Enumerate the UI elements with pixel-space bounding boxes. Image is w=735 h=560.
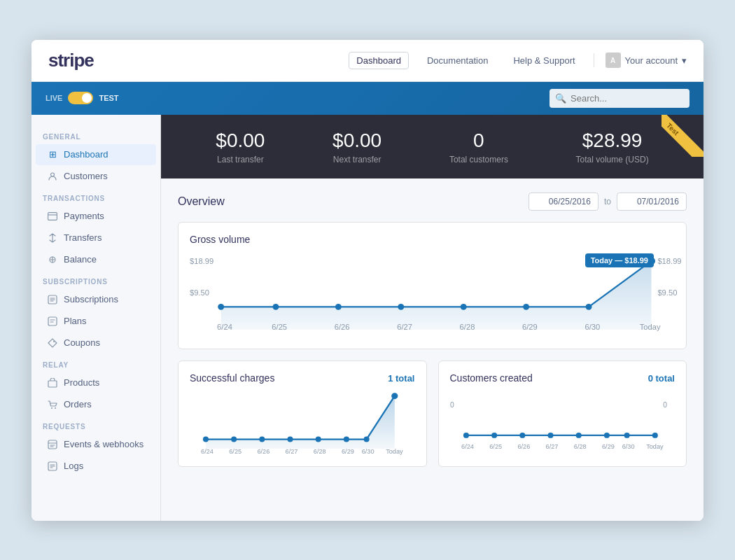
- sidebar-section-subscriptions: SUBSCRIPTIONS Subscriptions Plans: [31, 271, 160, 354]
- chevron-down-icon: ▾: [682, 55, 687, 66]
- products-icon: [47, 377, 58, 388]
- svg-point-38: [344, 437, 349, 442]
- svg-text:6/30: 6/30: [584, 323, 600, 331]
- customers-icon: [47, 171, 58, 182]
- svg-point-51: [463, 433, 468, 438]
- svg-rect-1: [48, 212, 57, 220]
- svg-text:6/25: 6/25: [229, 448, 241, 455]
- date-to-input[interactable]: 07/01/2016: [617, 192, 687, 211]
- svg-point-8: [55, 407, 56, 409]
- svg-text:Today: Today: [386, 448, 403, 455]
- stat-value: 0: [449, 129, 508, 153]
- nav-dashboard[interactable]: Dashboard: [349, 52, 409, 69]
- sidebar-item-label: Products: [64, 377, 99, 388]
- account-button[interactable]: A Your account ▾: [606, 52, 687, 68]
- sidebar-item-balance[interactable]: Balance: [36, 249, 156, 270]
- balance-icon: [47, 254, 58, 265]
- svg-text:6/27: 6/27: [397, 323, 412, 331]
- svg-point-52: [491, 433, 497, 438]
- nav-links: Dashboard Documentation Help & Support A…: [349, 52, 687, 69]
- gross-volume-card: Gross volume Today — $18.99 $18.99 $9.50: [178, 222, 687, 349]
- nav-help[interactable]: Help & Support: [506, 52, 582, 69]
- live-test-toggle[interactable]: LIVE TEST: [46, 92, 119, 104]
- svg-text:$18.99: $18.99: [657, 257, 681, 265]
- sidebar-section-label-subscriptions: SUBSCRIPTIONS: [31, 271, 160, 288]
- search-input[interactable]: [550, 89, 690, 108]
- svg-rect-4: [48, 317, 57, 326]
- svg-point-5: [53, 341, 55, 342]
- nav-divider: [594, 53, 594, 67]
- content-area: $0.00 Last transfer $0.00 Next transfer …: [161, 115, 704, 521]
- svg-point-54: [547, 433, 553, 438]
- successful-charges-card: Successful charges 1 total: [178, 360, 427, 467]
- svg-text:6/26: 6/26: [517, 443, 530, 450]
- sidebar-item-label: Dashboard: [64, 149, 108, 160]
- stat-last-transfer: $0.00 Last transfer: [216, 129, 265, 165]
- sidebar-section-transactions: TRANSACTIONS Payments Transfers: [31, 188, 160, 270]
- account-avatar: A: [606, 52, 621, 68]
- date-range: 📅 06/25/2016 to 📅 07/01/2016: [528, 192, 687, 211]
- bottom-charts: Successful charges 1 total: [178, 360, 687, 467]
- svg-point-53: [519, 433, 525, 438]
- sidebar-section-label-transactions: TRANSACTIONS: [31, 188, 160, 205]
- svg-point-34: [231, 437, 237, 442]
- stat-label: Last transfer: [216, 155, 265, 164]
- sidebar-item-label: Events & webhooks: [64, 439, 144, 449]
- stat-total-customers: 0 Total customers: [449, 129, 508, 165]
- sidebar-item-transfers[interactable]: Transfers: [36, 227, 156, 248]
- svg-point-36: [288, 437, 293, 442]
- stats-bar: $0.00 Last transfer $0.00 Next transfer …: [161, 115, 704, 179]
- stat-total-volume: $28.99 Total volume (USD): [576, 129, 649, 165]
- svg-point-37: [316, 437, 321, 442]
- sidebar-item-customers[interactable]: Customers: [36, 166, 156, 187]
- sidebar-item-plans[interactable]: Plans: [36, 311, 156, 332]
- test-ribbon: [662, 115, 704, 157]
- sidebar-item-logs[interactable]: Logs: [36, 456, 156, 477]
- stat-label: Total customers: [449, 155, 508, 164]
- tooltip-label: Today — $18.99: [585, 253, 654, 267]
- svg-text:6/26: 6/26: [257, 448, 270, 455]
- svg-point-0: [51, 173, 55, 176]
- customers-created-card: Customers created 0 total 0 0: [438, 360, 687, 467]
- sidebar-item-subscriptions[interactable]: Subscriptions: [36, 289, 156, 310]
- svg-text:$9.50: $9.50: [190, 288, 209, 297]
- sidebar-item-products[interactable]: Products: [36, 372, 156, 393]
- sidebar-item-payments[interactable]: Payments: [36, 206, 156, 227]
- transfers-icon: [47, 232, 58, 244]
- top-nav: stripe Dashboard Documentation Help & Su…: [31, 40, 704, 82]
- sidebar-item-label: Orders: [64, 399, 92, 410]
- main-container: GENERAL ⊞ Dashboard Customers TRANSACTIO…: [31, 115, 704, 521]
- sidebar-item-orders[interactable]: Orders: [36, 394, 156, 415]
- customers-created-svg: 0 0: [450, 392, 676, 455]
- sidebar-item-webhooks[interactable]: Events & webhooks: [36, 434, 156, 455]
- svg-text:$9.50: $9.50: [657, 288, 677, 297]
- sidebar-section-label-requests: REQUESTS: [31, 416, 160, 433]
- overview-title: Overview: [178, 195, 528, 208]
- sidebar-item-label: Plans: [64, 316, 87, 326]
- customers-created-chart-body: 0 0: [450, 392, 676, 455]
- svg-point-20: [586, 304, 592, 310]
- svg-text:6/24: 6/24: [461, 443, 474, 450]
- svg-point-15: [272, 304, 279, 310]
- coupons-icon: [47, 337, 58, 349]
- sidebar-item-coupons[interactable]: Coupons: [36, 332, 156, 354]
- plans-icon: [47, 316, 58, 327]
- overview-header: Overview 📅 06/25/2016 to 📅 07/01/2016: [178, 192, 687, 211]
- svg-point-14: [218, 304, 224, 310]
- chart-header: Successful charges 1 total: [190, 372, 415, 384]
- svg-text:6/30: 6/30: [362, 448, 374, 455]
- chart-title: Customers created: [450, 372, 648, 384]
- stat-value: $0.00: [332, 129, 382, 153]
- toggle-switch[interactable]: [68, 92, 93, 104]
- dashboard-icon: ⊞: [47, 149, 58, 160]
- nav-documentation[interactable]: Documentation: [420, 52, 495, 69]
- sidebar-item-label: Customers: [64, 171, 108, 181]
- stat-label: Total volume (USD): [576, 155, 649, 164]
- sidebar-item-dashboard[interactable]: ⊞ Dashboard: [36, 144, 156, 165]
- svg-point-57: [624, 433, 629, 438]
- main-layout: LIVE TEST 🔍 GENERAL ⊞: [31, 82, 704, 521]
- browser-window: stripe Dashboard Documentation Help & Su…: [31, 40, 704, 521]
- sidebar-item-label: Payments: [64, 211, 104, 221]
- date-from-input[interactable]: 06/25/2016: [528, 192, 598, 211]
- svg-text:6/25: 6/25: [272, 323, 287, 331]
